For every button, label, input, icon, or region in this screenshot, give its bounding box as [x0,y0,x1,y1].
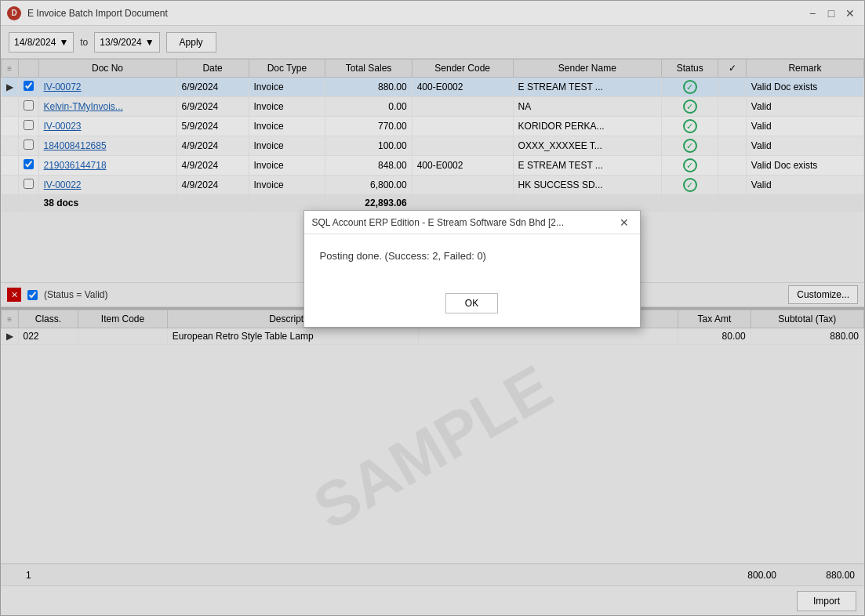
ok-button[interactable]: OK [445,293,498,313]
main-window: D E Invoice Batch Import Document − □ ✕ … [0,0,865,616]
modal-title-bar: SQL Account ERP Edition - E Stream Softw… [304,211,640,234]
modal-body: Posting done. (Success: 2, Failed: 0) [304,234,640,285]
modal-message: Posting done. (Success: 2, Failed: 0) [320,250,624,262]
modal-overlay: SQL Account ERP Edition - E Stream Softw… [1,1,864,615]
modal-title: SQL Account ERP Edition - E Stream Softw… [312,217,565,228]
modal-dialog: SQL Account ERP Edition - E Stream Softw… [303,210,641,328]
modal-footer: OK [304,285,640,321]
modal-close-button[interactable]: ✕ [616,215,632,230]
